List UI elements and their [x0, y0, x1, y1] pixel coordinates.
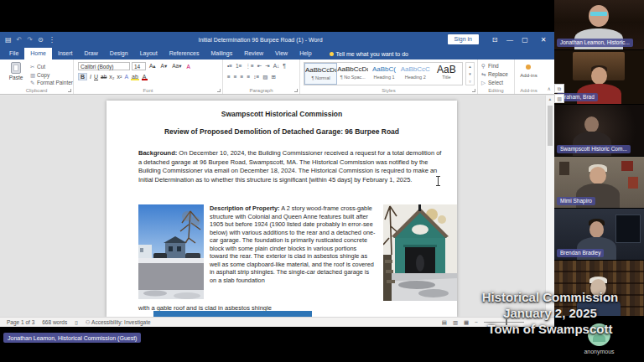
tab-insert[interactable]: Insert — [52, 48, 79, 59]
select-button[interactable]: ▷Select — [481, 79, 508, 87]
format-painter-button[interactable]: ✎Format Painter — [30, 79, 73, 87]
style-heading1[interactable]: AaBbC( Heading 1 — [368, 63, 399, 85]
increase-indent-icon[interactable]: ⇥ — [265, 63, 269, 70]
font-size-combo[interactable]: 14 — [132, 62, 146, 70]
addins-button[interactable]: Add-ins — [515, 73, 543, 78]
multilevel-list-icon[interactable]: ⋮≡ — [246, 63, 254, 70]
borders-icon[interactable]: ⊞ — [271, 74, 275, 80]
find-button[interactable]: ⚲Find — [481, 62, 508, 70]
caption-line2: January 2, 2025 — [456, 305, 644, 321]
tab-view[interactable]: View — [269, 48, 293, 59]
customize-qat-icon[interactable]: ⋮ — [49, 36, 55, 44]
description-label: Description of Property: — [210, 204, 280, 212]
bold-button[interactable]: B — [78, 73, 87, 80]
word-count[interactable]: 668 words — [42, 319, 67, 325]
participant-name-label: Mimi Shapiro — [557, 197, 595, 205]
subscript-button[interactable]: x₂ — [109, 74, 114, 80]
accessibility-status[interactable]: ⚇ Accessibility: Investigate — [86, 319, 151, 326]
touch-mode-icon[interactable]: ⊙ — [38, 36, 44, 44]
page-indicator[interactable]: Page 1 of 3 — [7, 319, 34, 325]
participant-face — [591, 67, 607, 85]
align-right-icon[interactable]: ≡ — [241, 74, 244, 80]
italic-button[interactable]: I — [90, 74, 91, 80]
tab-mailings[interactable]: Mailings — [205, 48, 238, 59]
tab-layout[interactable]: Layout — [134, 48, 164, 59]
video-tile-swampscott[interactable]: Swampscott Historic Com... — [554, 104, 644, 156]
superscript-button[interactable]: x² — [117, 74, 122, 80]
tab-draw[interactable]: Draw — [78, 48, 103, 59]
gallery-up-icon[interactable]: ▴ — [466, 63, 474, 70]
save-icon[interactable]: ▤ — [5, 36, 12, 44]
highlight-button[interactable]: ab — [131, 74, 139, 80]
font-name-combo[interactable]: Calibri (Body) — [78, 62, 130, 70]
tab-file[interactable]: File — [3, 48, 24, 59]
paragraph-dialog-launcher[interactable] — [294, 89, 298, 92]
video-tile-brendan[interactable]: Brendan Bradley — [554, 208, 644, 260]
popout-panel-button[interactable]: ⧉ — [554, 84, 564, 93]
cut-button[interactable]: ✂Cut — [30, 63, 73, 71]
video-tile-mimi[interactable]: Mimi Shapiro — [554, 156, 644, 208]
undo-icon[interactable]: ↶ — [17, 36, 23, 44]
scrollbar-thumb[interactable] — [548, 106, 553, 146]
align-left-icon[interactable]: ≡ — [227, 74, 231, 80]
video-tile-graham[interactable]: Graham, Brad — [554, 49, 644, 104]
close-icon[interactable]: ✕ — [536, 32, 551, 48]
restore-icon[interactable]: ▢ — [517, 32, 532, 48]
garage-photo[interactable] — [383, 204, 457, 301]
tab-references[interactable]: References — [164, 48, 205, 59]
justify-icon[interactable]: ≡ — [247, 74, 250, 80]
replace-button[interactable]: ⇆Replace — [481, 70, 508, 79]
text-effects-button[interactable]: A — [124, 74, 128, 80]
style-normal[interactable]: AaBbCcDc ¶ Normal — [304, 63, 337, 85]
read-mode-icon[interactable]: ▤ — [442, 319, 447, 326]
shading-icon[interactable]: ▨ — [262, 74, 267, 80]
change-case-icon[interactable]: Aa▾ — [170, 63, 183, 70]
grow-font-icon[interactable]: A▴ — [148, 63, 158, 70]
font-color-button[interactable]: A — [142, 74, 148, 80]
paragraph-group: •≡ 1≡ ⋮≡ ⇤ ⇥ A↓ ¶ ≡ ≡ ≡ ≡ ↕≡ ▨ ⊞ Pa — [223, 59, 300, 94]
bullets-icon[interactable]: •≡ — [227, 63, 232, 70]
street-view-photo[interactable] — [138, 204, 204, 299]
gallery-down-icon[interactable]: ▾ — [466, 70, 474, 78]
styles-gallery-scroll[interactable]: ▴ ▾ ▿ — [465, 62, 475, 85]
clipboard-dialog-launcher[interactable] — [68, 89, 71, 92]
proofing-icon[interactable]: ▯ — [75, 319, 78, 326]
selection-bar[interactable] — [153, 311, 312, 317]
decrease-indent-icon[interactable]: ⇤ — [257, 63, 262, 70]
redo-icon[interactable]: ↷ — [27, 36, 33, 44]
tell-me-box[interactable]: Tell me what you want to do — [330, 48, 408, 59]
tab-help[interactable]: Help — [293, 48, 317, 59]
format-painter-icon: ✎ — [30, 79, 37, 87]
font-group: Calibri (Body) 14 A▴ A▾ Aa▾ A B I U ab x… — [74, 59, 223, 94]
style-title[interactable]: AaB Title — [431, 63, 462, 85]
line-spacing-icon[interactable]: ↕≡ — [253, 74, 259, 80]
tab-design[interactable]: Design — [104, 48, 134, 59]
align-center-icon[interactable]: ≡ — [234, 74, 237, 80]
clear-formatting-icon[interactable]: A — [184, 64, 191, 70]
strikethrough-button[interactable]: ab — [101, 74, 106, 80]
tab-review[interactable]: Review — [238, 48, 269, 59]
addins-icon[interactable] — [526, 65, 531, 70]
show-paragraph-marks-icon[interactable]: ¶ — [283, 63, 286, 70]
vertical-scrollbar[interactable]: ▴ — [545, 96, 554, 317]
gallery-more-icon[interactable]: ▿ — [466, 78, 474, 85]
minimize-icon[interactable]: — — [502, 32, 517, 48]
style-no-spacing[interactable]: AaBbCcDc ¶ No Spac... — [337, 63, 368, 85]
styles-dialog-launcher[interactable] — [472, 89, 475, 92]
numbering-icon[interactable]: 1≡ — [236, 63, 242, 70]
document-page[interactable]: Swampscott Historical Commission Review … — [106, 101, 457, 317]
video-tile-jonathan[interactable]: Jonathan Leamon, Historic... — [554, 0, 644, 49]
tab-home[interactable]: Home — [24, 48, 52, 59]
layout-panel-button[interactable]: ▥ — [554, 94, 564, 103]
scroll-up-icon[interactable]: ▴ — [546, 96, 554, 101]
shrink-font-icon[interactable]: A▾ — [159, 63, 169, 70]
sign-in-button[interactable]: Sign in — [448, 34, 479, 44]
collapse-ribbon-icon[interactable]: ∧ — [548, 85, 551, 91]
underline-button[interactable]: U — [94, 74, 98, 80]
font-dialog-launcher[interactable] — [217, 89, 221, 92]
sort-icon[interactable]: A↓ — [273, 63, 280, 70]
ribbon-options-icon[interactable]: ⊡ — [487, 32, 502, 48]
style-heading2[interactable]: AaBbCcC Heading 2 — [400, 63, 431, 85]
paste-button[interactable]: Paste — [5, 62, 27, 80]
copy-button[interactable]: ▥Copy — [30, 71, 73, 80]
